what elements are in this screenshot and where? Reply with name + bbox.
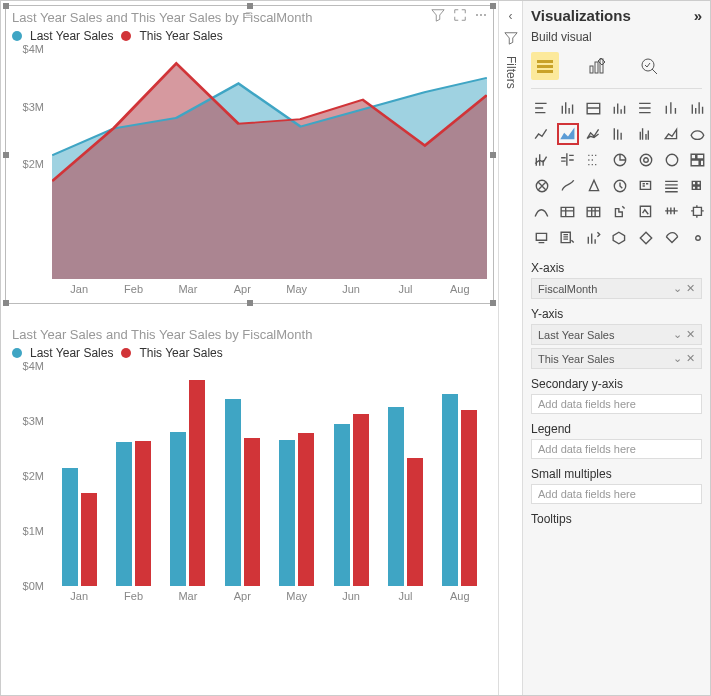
field-label: Small multiples	[531, 467, 702, 481]
bar[interactable]	[279, 440, 295, 586]
legend-label: This Year Sales	[139, 29, 222, 43]
more-icon[interactable]: ⋯	[475, 8, 487, 25]
secondary-yaxis-dropzone[interactable]: Add data fields here	[531, 394, 702, 414]
viz-type-icon[interactable]	[661, 123, 683, 145]
bar[interactable]	[116, 442, 132, 586]
bar[interactable]	[461, 410, 477, 586]
viz-type-icon[interactable]	[635, 227, 657, 249]
grip-icon[interactable]: ≡	[245, 8, 254, 22]
viz-type-icon[interactable]	[661, 201, 683, 223]
small-multiples-dropzone[interactable]: Add data fields here	[531, 484, 702, 504]
viz-type-icon[interactable]	[609, 123, 631, 145]
bar-group[interactable]	[270, 366, 324, 586]
area-chart-tile[interactable]: ≡ ⋯ Last Year Sales and This Year Sales …	[5, 5, 494, 304]
viz-type-icon[interactable]	[609, 175, 631, 197]
pane-title: Visualizations	[531, 7, 631, 24]
viz-type-icon[interactable]	[583, 149, 605, 171]
bar[interactable]	[225, 399, 241, 586]
bar-group[interactable]	[106, 366, 160, 586]
viz-type-icon[interactable]	[687, 201, 709, 223]
viz-type-icon[interactable]	[557, 123, 579, 145]
viz-type-icon[interactable]	[531, 227, 553, 249]
svg-rect-4	[595, 62, 598, 73]
bar[interactable]	[189, 380, 205, 586]
yaxis-field[interactable]: This Year Sales⌄✕	[531, 348, 702, 369]
legend-dot-lastyear	[12, 348, 22, 358]
viz-type-icon[interactable]	[531, 201, 553, 223]
bar[interactable]	[353, 414, 369, 586]
format-visual-tab[interactable]	[583, 52, 611, 80]
bar[interactable]	[135, 441, 151, 586]
viz-type-icon[interactable]	[609, 149, 631, 171]
viz-type-icon[interactable]	[557, 227, 579, 249]
bar[interactable]	[298, 433, 314, 586]
xaxis-field[interactable]: FiscalMonth⌄✕	[531, 278, 702, 299]
visualizations-pane: Visualizations » Build visual X-axis Fis…	[522, 1, 710, 695]
viz-type-icon[interactable]	[687, 149, 709, 171]
bar-group[interactable]	[378, 366, 432, 586]
svg-rect-5	[600, 59, 603, 73]
viz-type-icon[interactable]	[583, 97, 605, 119]
bar-group[interactable]	[433, 366, 487, 586]
build-visual-tab[interactable]	[531, 52, 559, 80]
filters-pane-collapsed[interactable]: ‹ Filters	[498, 1, 522, 695]
viz-type-icon[interactable]	[635, 149, 657, 171]
bar-group[interactable]	[215, 366, 269, 586]
viz-type-icon[interactable]	[609, 201, 631, 223]
filter-icon[interactable]	[504, 31, 518, 48]
viz-type-icon[interactable]	[687, 175, 709, 197]
focus-icon[interactable]	[453, 8, 467, 25]
viz-type-icon[interactable]	[557, 149, 579, 171]
viz-type-icon[interactable]	[583, 201, 605, 223]
chart-legend: Last Year Sales This Year Sales	[12, 29, 487, 43]
viz-type-icon[interactable]	[687, 97, 709, 119]
viz-type-icon[interactable]	[661, 175, 683, 197]
bar[interactable]	[334, 424, 350, 586]
collapse-icon[interactable]: ‹	[509, 9, 513, 23]
legend-dot-thisyear	[121, 31, 131, 41]
bar[interactable]	[388, 407, 404, 586]
viz-type-icon[interactable]	[531, 123, 553, 145]
bar[interactable]	[81, 493, 97, 587]
viz-type-icon[interactable]	[531, 175, 553, 197]
chart-legend: Last Year Sales This Year Sales	[12, 346, 487, 360]
chevron-down-icon: ⌄	[673, 328, 682, 341]
viz-type-icon[interactable]	[583, 227, 605, 249]
viz-type-icon[interactable]	[531, 149, 553, 171]
viz-type-icon[interactable]	[635, 175, 657, 197]
bar[interactable]	[170, 432, 186, 586]
viz-type-icon[interactable]	[583, 123, 605, 145]
bar[interactable]	[62, 468, 78, 586]
viz-type-icon[interactable]	[635, 97, 657, 119]
field-label: Legend	[531, 422, 702, 436]
viz-type-icon[interactable]	[635, 123, 657, 145]
yaxis-field[interactable]: Last Year Sales⌄✕	[531, 324, 702, 345]
bar[interactable]	[407, 458, 423, 586]
legend-label: Last Year Sales	[30, 346, 113, 360]
viz-type-icon[interactable]	[609, 97, 631, 119]
viz-type-icon[interactable]	[531, 97, 553, 119]
viz-type-icon[interactable]	[557, 175, 579, 197]
bar[interactable]	[442, 394, 458, 587]
viz-type-icon[interactable]	[557, 97, 579, 119]
viz-type-icon[interactable]	[609, 227, 631, 249]
viz-type-icon[interactable]	[583, 175, 605, 197]
bar[interactable]	[244, 438, 260, 587]
bar-chart-tile[interactable]: Last Year Sales and This Year Sales by F…	[5, 322, 494, 611]
viz-type-icon[interactable]	[661, 227, 683, 249]
viz-type-icon[interactable]	[661, 149, 683, 171]
bar-group[interactable]	[161, 366, 215, 586]
bar-group[interactable]	[324, 366, 378, 586]
viz-type-icon[interactable]	[557, 201, 579, 223]
viz-type-icon[interactable]	[687, 227, 709, 249]
bar-group[interactable]	[52, 366, 106, 586]
viz-type-icon[interactable]	[635, 201, 657, 223]
viz-type-icon[interactable]	[661, 97, 683, 119]
legend-dropzone[interactable]: Add data fields here	[531, 439, 702, 459]
analytics-tab[interactable]	[635, 52, 663, 80]
collapse-icon[interactable]: »	[694, 7, 702, 24]
viz-type-icon[interactable]	[687, 123, 709, 145]
report-canvas[interactable]: ≡ ⋯ Last Year Sales and This Year Sales …	[1, 1, 498, 695]
filter-icon[interactable]	[431, 8, 445, 25]
svg-rect-3	[590, 66, 593, 73]
